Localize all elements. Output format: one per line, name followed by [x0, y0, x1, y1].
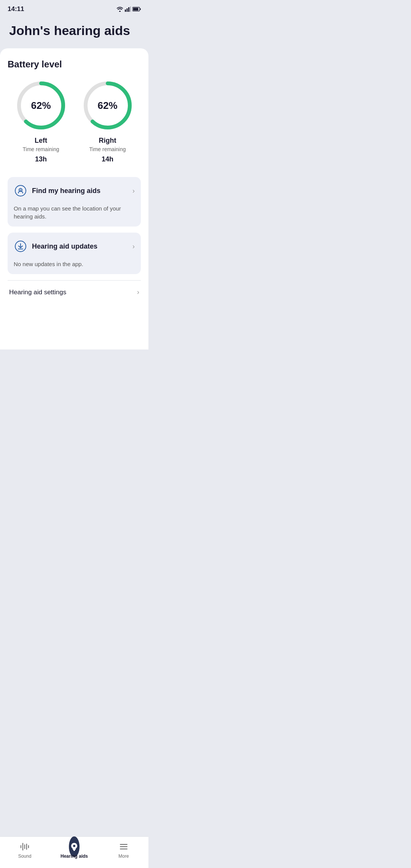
updates-card-title: Hearing aid updates — [32, 243, 97, 251]
signal-icon — [125, 6, 131, 12]
status-bar: 14:11 — [0, 0, 148, 16]
location-icon — [14, 184, 27, 198]
status-icons — [116, 6, 141, 12]
left-gauge-label: Left — [35, 137, 47, 145]
left-gauge-percent: 62% — [31, 100, 51, 112]
left-time-remaining-label: Time remaining — [23, 146, 59, 152]
right-gauge-percent: 62% — [97, 100, 117, 112]
updates-card-body: No new updates in the app. — [8, 260, 141, 274]
settings-row-label: Hearing aid settings — [9, 289, 66, 296]
updates-card-header[interactable]: Hearing aid updates › — [8, 233, 141, 260]
find-hearing-aids-card[interactable]: Find my hearing aids › On a map you can … — [8, 177, 141, 227]
page-title-section: John's hearing aids — [0, 16, 148, 48]
download-icon — [14, 239, 27, 253]
left-gauge-wrapper: 62% — [14, 79, 68, 132]
updates-card-chevron: › — [132, 243, 135, 251]
svg-rect-7 — [140, 8, 141, 10]
svg-rect-4 — [130, 6, 131, 12]
updates-card[interactable]: Hearing aid updates › No new updates in … — [8, 233, 141, 274]
svg-rect-2 — [127, 8, 128, 12]
left-gauge-container: 62% Left Time remaining 13h — [14, 79, 68, 163]
main-content: Battery level 62% Left Time remaining 13… — [0, 48, 148, 349]
right-time-remaining-value: 14h — [102, 155, 113, 163]
find-card-chevron: › — [132, 187, 135, 195]
svg-rect-6 — [133, 8, 139, 11]
status-time: 14:11 — [8, 5, 24, 13]
find-card-title: Find my hearing aids — [32, 187, 100, 195]
left-time-remaining-value: 13h — [35, 155, 47, 163]
page-title: John's hearing aids — [9, 24, 139, 38]
battery-icon — [132, 7, 141, 11]
right-gauge-container: 62% Right Time remaining 14h — [81, 79, 134, 163]
find-card-body: On a map you can see the location of you… — [8, 204, 141, 227]
svg-rect-1 — [125, 10, 126, 12]
settings-row-chevron: › — [137, 288, 139, 296]
find-card-header-left: Find my hearing aids — [14, 184, 100, 198]
svg-rect-3 — [128, 7, 129, 12]
battery-gauges: 62% Left Time remaining 13h 62% Right Ti… — [8, 79, 141, 163]
right-time-remaining-label: Time remaining — [89, 146, 126, 152]
svg-point-14 — [20, 190, 21, 191]
battery-section: Battery level 62% Left Time remaining 13… — [8, 59, 141, 163]
updates-card-header-left: Hearing aid updates — [14, 239, 97, 253]
right-gauge-label: Right — [99, 137, 116, 145]
right-gauge-wrapper: 62% — [81, 79, 134, 132]
svg-point-0 — [119, 11, 121, 12]
wifi-icon — [116, 6, 123, 12]
find-card-header[interactable]: Find my hearing aids › — [8, 177, 141, 204]
settings-row[interactable]: Hearing aid settings › — [8, 280, 141, 304]
battery-section-title: Battery level — [8, 59, 141, 70]
